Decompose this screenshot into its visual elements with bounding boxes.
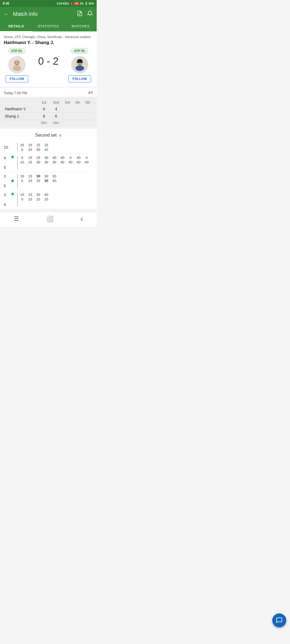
col-player (4, 99, 38, 105)
col-5th: 5th (83, 99, 93, 105)
p4-1-3: 15 (36, 156, 41, 160)
game-numbers-3b-4b: 3 4 (4, 193, 11, 207)
match-time: Today 7:00 PM (4, 91, 27, 95)
player1-set1: 4 (38, 105, 50, 113)
nav-home-icon[interactable]: ⬜ (46, 215, 53, 222)
back-button[interactable]: ← (4, 11, 9, 17)
game-number-4: 4 (4, 156, 11, 160)
col-4th: 4th (73, 99, 83, 105)
game-row-3b: 3 4 15 15 30 40 0 15 15 15 (4, 191, 93, 209)
p4-1-7: A (68, 156, 73, 160)
game-number-3a: 3 (4, 174, 11, 178)
points-line-5-1: 15 15 30 30 30 40 40 40 40 (20, 160, 93, 164)
svg-point-6 (18, 62, 19, 63)
p4-1-9: A (84, 156, 89, 160)
status-icons: 0.04 KB/s 🔇 HD 5G 🔋 92% (57, 2, 94, 5)
points-line-10-1: 15 15 15 15 (20, 143, 93, 147)
p4-1-8: 40 (76, 156, 81, 160)
p5a-1-1: 0 (20, 179, 25, 183)
p10-1-3: 15 (36, 143, 41, 147)
score-row-player2: Shang J. 6 6 (4, 113, 93, 120)
player1-set2: 4 (50, 105, 62, 113)
points-4-5: 0 15 15 30 40 40 A 40 A 15 15 30 30 30 4… (20, 156, 93, 164)
points-section: 10. 15 15 15 15 0 15 30 40 4 5 (0, 141, 97, 209)
app-header: ← Match info (0, 7, 97, 21)
status-time: 8:38 (3, 2, 9, 5)
p3b-1-1: 15 (20, 193, 25, 197)
page-title: Match info (13, 11, 77, 17)
p3a-1-4: 30 (44, 174, 49, 178)
p3b-1-3: 30 (36, 193, 41, 197)
player1-follow-button[interactable]: FOLLOW (6, 75, 28, 82)
p5a-1-3: 15 (36, 179, 41, 183)
game-number-5: 5 (4, 165, 11, 170)
match-score: 0 - 2 (29, 56, 68, 67)
duration-set1: 39m (38, 120, 50, 125)
points-10: 15 15 15 15 0 15 30 40 (20, 143, 93, 152)
p10-1-4: 15 (44, 143, 49, 147)
p3a-1-1: 15 (20, 174, 25, 178)
p5a-1-5: 40 (52, 179, 57, 183)
p3a-1-2: 15 (28, 174, 33, 178)
nav-back-icon[interactable]: ‹ (81, 215, 83, 223)
tab-statistics[interactable]: STATISTICS (32, 21, 64, 31)
chevron-up-icon: ∧ (59, 133, 61, 137)
score-table: 1st 2nd 3rd 4th 5th Hanfmann Y. 4 4 Shan… (0, 97, 97, 127)
p5-1-5: 30 (52, 160, 57, 164)
game-row-10: 10. 15 15 15 15 0 15 30 40 (4, 141, 93, 153)
header-actions (77, 10, 93, 18)
p3b-1-2: 15 (28, 193, 33, 197)
tab-details[interactable]: DETAILS (0, 21, 32, 31)
status-bar: 8:38 0.04 KB/s 🔇 HD 5G 🔋 92% (0, 0, 97, 7)
p10-2-3: 30 (36, 148, 41, 152)
duration-set4 (73, 120, 83, 125)
p5-1-3: 30 (36, 160, 41, 164)
p4-1-5: 40 (52, 156, 57, 160)
add-document-icon[interactable] (77, 10, 83, 18)
game-number-3b: 3 (4, 193, 11, 197)
divider-10 (17, 143, 18, 152)
notification-icon[interactable] (87, 10, 93, 18)
player2-set2: 6 (50, 113, 62, 120)
dot-5a (11, 180, 14, 182)
second-set-label: Second set (35, 133, 57, 138)
p5-1-6: 40 (60, 160, 65, 164)
duration-label (4, 120, 38, 125)
tab-matches[interactable]: MATCHES (64, 21, 97, 31)
player2-set4 (73, 113, 83, 120)
player2-set1: 6 (38, 113, 50, 120)
points-line-10-2: 0 15 30 40 (20, 148, 93, 152)
player2-follow-button[interactable]: FOLLOW (68, 75, 91, 82)
p10-1-1: 15 (20, 143, 25, 147)
duration-set3 (62, 120, 73, 125)
divider-3a-5a (17, 174, 18, 188)
nav-bar: ☰ ⬜ ‹ (0, 212, 97, 227)
p4-1-4: 30 (44, 156, 49, 160)
match-subtitle: Tennis, ATP, Chengdu, China, Semifinals … (4, 35, 93, 39)
duration-row: 39m 49m (4, 120, 93, 125)
game-numbers-4-5: 4 5 (4, 156, 11, 170)
dot-3b (11, 193, 14, 195)
p3b-1-4: 40 (44, 193, 49, 197)
player1: ATP 82. FOLLOW (5, 48, 29, 82)
signal-icon: 🔇 (70, 2, 73, 5)
col-2nd: 2nd (50, 99, 62, 105)
p3a-1-3: 30 (36, 174, 41, 178)
svg-point-3 (14, 60, 20, 66)
p4-1-6: 40 (60, 156, 65, 160)
match-title: Hanfmann Y. - Shang J. (4, 40, 93, 45)
player2-atp: ATP 55. (71, 48, 89, 54)
p10-2-2: 15 (28, 148, 33, 152)
player1-set5 (83, 105, 93, 113)
second-set-header[interactable]: Second set ∧ (0, 129, 97, 141)
points-line-5a-1: 0 15 15 30 40 (20, 179, 93, 183)
player2-name: Shang J. (4, 113, 38, 120)
p5-1-9: 40 (84, 160, 89, 164)
nav-menu-icon[interactable]: ☰ (14, 215, 19, 222)
player1-avatar (8, 56, 26, 73)
network-5g: 5G (80, 2, 84, 5)
dots-4-5 (11, 156, 15, 164)
col-1st: 1st (38, 99, 50, 105)
game-number-5a: 5 (4, 184, 11, 188)
match-card: Tennis, ATP, Chengdu, China, Semifinals … (0, 32, 97, 87)
